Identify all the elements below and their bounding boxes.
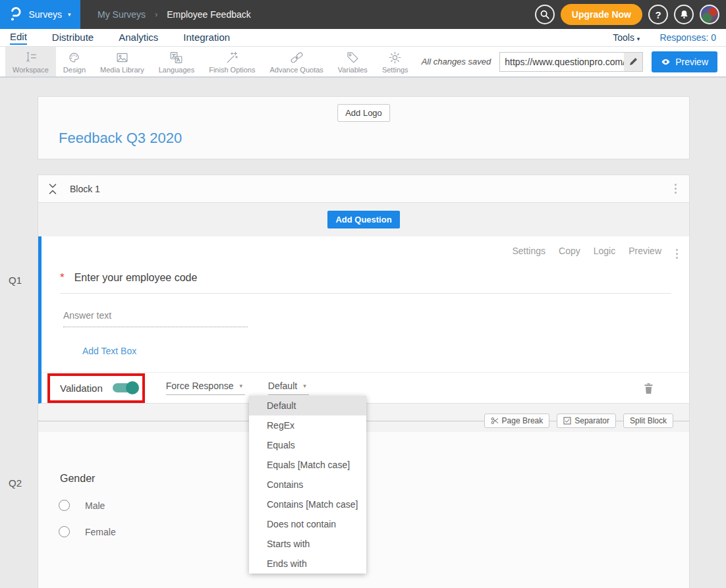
help-icon: ?: [655, 9, 661, 20]
toolbar-item-label: Media Library: [100, 66, 144, 74]
question-text[interactable]: Enter your employee code: [74, 272, 198, 284]
delete-question-button[interactable]: [644, 383, 654, 394]
page-break-button[interactable]: Page Break: [484, 414, 550, 428]
survey-url-field: https://www.questionpro.com/t/A: [499, 52, 643, 72]
search-button[interactable]: [535, 5, 555, 24]
notifications-button[interactable]: [674, 5, 694, 24]
survey-editor-canvas: Q1 Q2 Add Logo Feedback Q3 2020 Block 1 …: [0, 79, 726, 588]
app-menu[interactable]: Surveys ▾: [0, 0, 80, 29]
edit-url-button[interactable]: [624, 53, 642, 71]
separator-button[interactable]: Separator: [557, 414, 616, 428]
menu-item-contains[interactable]: Contains: [249, 475, 366, 494]
breadcrumb-my-surveys[interactable]: My Surveys: [98, 9, 146, 20]
toolbar-item-media-library[interactable]: Media Library: [93, 47, 152, 76]
breadcrumb-separator: ›: [155, 10, 157, 19]
save-status: All changes saved: [422, 57, 491, 67]
chevron-down-icon: ▾: [68, 11, 71, 18]
radio-icon[interactable]: [59, 500, 70, 511]
question-settings-link[interactable]: Settings: [512, 246, 545, 256]
help-button[interactable]: ?: [648, 5, 668, 24]
add-question-button[interactable]: Add Question: [327, 211, 399, 228]
responses-count[interactable]: Responses: 0: [659, 32, 716, 43]
breadcrumb: My Surveys › Employee Feedback: [98, 0, 251, 29]
question-copy-link[interactable]: Copy: [559, 246, 580, 256]
toolbar-item-settings[interactable]: Settings: [375, 47, 416, 76]
toolbar-item-workspace[interactable]: Workspace: [5, 47, 56, 76]
question-preview-link[interactable]: Preview: [628, 246, 661, 256]
menu-item-starts-with[interactable]: Starts with: [249, 534, 366, 554]
validation-type-dropdown[interactable]: Default ▾: [268, 381, 309, 395]
radio-option-label: Female: [85, 527, 116, 537]
validation-toggle[interactable]: [113, 383, 138, 392]
question-text-underline: [60, 293, 671, 294]
toolbar-item-variables[interactable]: Variables: [331, 47, 375, 76]
radio-option-female[interactable]: Female: [59, 526, 116, 537]
tab-integration[interactable]: Integration: [183, 31, 230, 44]
question-card-q1: Settings Copy Logic Preview * Enter your…: [38, 236, 689, 404]
toolbar-item-finish-options[interactable]: Finish Options: [202, 47, 262, 76]
toolbar-item-advance-quotas[interactable]: Advance Quotas: [262, 47, 330, 76]
insert-row-buttons: Page Break Separator Split Block: [484, 414, 673, 428]
page-break-label: Page Break: [502, 416, 544, 425]
menu-item-equals-match-case[interactable]: Equals [Match case]: [249, 455, 366, 475]
menu-item-does-not-contain[interactable]: Does not contain: [249, 514, 366, 534]
user-avatar[interactable]: [700, 5, 719, 24]
question-number-q1: Q1: [9, 275, 22, 286]
top-bar: Surveys ▾ My Surveys › Employee Feedback…: [0, 0, 726, 29]
scissors-icon: [491, 417, 499, 425]
force-response-dropdown[interactable]: Force Response ▾: [166, 381, 245, 395]
radio-icon[interactable]: [59, 526, 70, 537]
split-block-button[interactable]: Split Block: [623, 414, 673, 428]
menu-item-ends-with[interactable]: Ends with: [249, 554, 366, 574]
preview-button[interactable]: Preview: [652, 51, 717, 72]
questionpro-logo-icon: [9, 7, 22, 22]
survey-url-value[interactable]: https://www.questionpro.com/t/A: [500, 57, 624, 67]
tab-edit[interactable]: Edit: [10, 30, 27, 45]
chevron-down-icon: ▾: [303, 383, 306, 389]
tools-label: Tools: [613, 32, 634, 43]
toolbar-item-design[interactable]: Design: [56, 47, 93, 76]
tab-distribute[interactable]: Distribute: [52, 31, 94, 44]
survey-header-card: Add Logo Feedback Q3 2020: [38, 96, 690, 159]
radio-option-label: Male: [85, 500, 105, 511]
block-menu-button[interactable]: [673, 182, 679, 196]
block-header: Block 1: [38, 175, 689, 203]
pencil-icon: [629, 57, 638, 66]
tag-icon: [346, 51, 360, 65]
menu-item-contains-match-case[interactable]: Contains [Match case]: [249, 494, 366, 514]
search-icon: [540, 9, 550, 20]
workspace-icon: [24, 51, 38, 65]
menu-item-regex[interactable]: RegEx: [249, 415, 366, 435]
chevron-down-icon: ▾: [240, 383, 243, 389]
menu-item-default[interactable]: Default: [249, 396, 366, 415]
breadcrumb-current: Employee Feedback: [167, 9, 251, 20]
toolbar-item-label: Variables: [338, 66, 368, 74]
editor-toolbar: Workspace Design Media Library Languages…: [0, 47, 726, 78]
menu-item-equals[interactable]: Equals: [249, 435, 366, 455]
add-text-box-link[interactable]: Add Text Box: [82, 346, 136, 356]
checkbox-icon: [563, 417, 571, 425]
survey-title[interactable]: Feedback Q3 2020: [59, 130, 182, 147]
answer-text-field[interactable]: Answer text: [63, 310, 248, 327]
topbar-actions: Upgrade Now ?: [535, 0, 719, 29]
toolbar-item-label: Advance Quotas: [269, 66, 323, 74]
tab-analytics[interactable]: Analytics: [119, 31, 158, 44]
radio-option-male[interactable]: Male: [59, 500, 105, 511]
toolbar-item-label: Languages: [159, 66, 194, 74]
toolbar-item-label: Settings: [382, 66, 408, 74]
validation-type-value: Default: [268, 381, 297, 391]
tabbar-right: Tools ▾ Responses: 0: [613, 32, 716, 43]
toolbar-item-languages[interactable]: Languages: [152, 47, 202, 76]
block-title[interactable]: Block 1: [70, 184, 100, 194]
tools-dropdown[interactable]: Tools ▾: [613, 32, 640, 43]
add-logo-button[interactable]: Add Logo: [337, 104, 390, 122]
question-text[interactable]: Gender: [60, 473, 95, 485]
question-menu-button[interactable]: [674, 247, 680, 261]
chain-links-icon: [290, 51, 304, 65]
toolbar-item-label: Finish Options: [209, 66, 255, 74]
question-logic-link[interactable]: Logic: [594, 246, 615, 256]
upgrade-now-button[interactable]: Upgrade Now: [561, 4, 642, 25]
app-menu-label: Surveys: [28, 9, 62, 20]
collapse-block-button[interactable]: [49, 183, 57, 195]
force-response-value: Force Response: [166, 381, 234, 391]
